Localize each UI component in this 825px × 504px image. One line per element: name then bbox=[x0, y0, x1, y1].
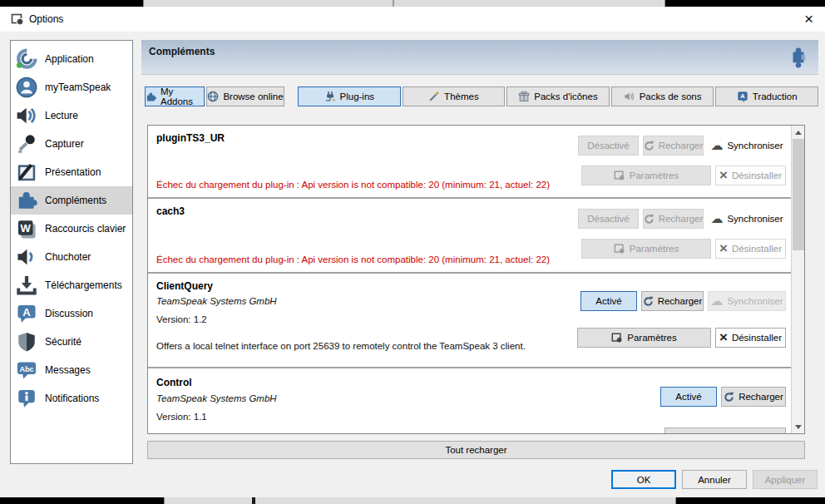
settings-button[interactable]: Paramètres bbox=[581, 239, 711, 259]
plugin-name: ClientQuery bbox=[156, 280, 213, 292]
tab-plug-ins[interactable]: Plug-ins bbox=[298, 86, 401, 106]
teamspeak-logo-icon bbox=[15, 48, 37, 71]
sidebar-item-label: Compléments bbox=[45, 195, 106, 206]
globe-icon bbox=[207, 91, 219, 102]
sidebar-item-raccourcis[interactable]: W Raccourcis clavier bbox=[11, 215, 132, 243]
toggle-button[interactable]: Désactivé bbox=[578, 136, 639, 156]
cloud-icon: ☁ bbox=[710, 295, 723, 307]
apply-button[interactable]: Appliquer bbox=[753, 470, 818, 489]
wand-icon bbox=[428, 91, 440, 102]
scroll-down-icon[interactable] bbox=[792, 420, 805, 433]
sidebar-item-presentation[interactable]: Présentation bbox=[11, 158, 132, 186]
chat-bubble-icon: A bbox=[15, 303, 37, 325]
cancel-label: Annuler bbox=[698, 475, 731, 485]
sidebar-item-label: Lecture bbox=[45, 110, 78, 121]
toggle-button[interactable]: Activé bbox=[660, 387, 717, 407]
sidebar-item-capturer[interactable]: Capturer bbox=[11, 130, 132, 158]
scrollbar-thumb[interactable] bbox=[793, 139, 804, 250]
reload-button[interactable]: Recharger bbox=[641, 291, 704, 311]
synchronize-button[interactable]: ☁ Synchroniser bbox=[708, 209, 786, 229]
tab-icon-packs[interactable]: Packs d'icônes bbox=[506, 86, 610, 106]
svg-text:Abc: Abc bbox=[19, 365, 33, 373]
uninstall-button[interactable]: × Désinstaller bbox=[715, 328, 786, 348]
plugin-row-plugints3-ur: pluginTS3_UR Échec du chargement du plug… bbox=[148, 126, 791, 199]
sidebar-item-application[interactable]: Application bbox=[11, 45, 132, 73]
tab-label: Traduction bbox=[753, 91, 798, 101]
tab-browse-online[interactable]: Browse online bbox=[206, 86, 284, 106]
tab-traduction[interactable]: A Traduction bbox=[715, 86, 818, 106]
title-bar: Options × bbox=[0, 7, 825, 32]
tab-themes[interactable]: Thèmes bbox=[403, 86, 506, 106]
sidebar-item-lecture[interactable]: Lecture bbox=[11, 101, 132, 130]
sidebar-item-notifications[interactable]: Notifications bbox=[11, 384, 132, 413]
sidebar-item-telechargements[interactable]: Téléchargements bbox=[11, 271, 132, 299]
tab-my-addons[interactable]: My Addons bbox=[145, 86, 205, 106]
reload-button[interactable]: Recharger bbox=[643, 136, 704, 156]
plugin-actions-row1: Désactivé Recharger ☁ Synchroniser bbox=[578, 209, 786, 229]
sidebar-item-messages[interactable]: Abc Messages bbox=[11, 356, 132, 384]
plugin-name: Control bbox=[156, 377, 192, 388]
sidebar-item-label: Raccourcis clavier bbox=[45, 223, 126, 235]
plugin-name: cach3 bbox=[156, 205, 185, 217]
plugin-row-cach3: cach3 Échec du chargement du plug-in : A… bbox=[148, 199, 791, 274]
gear-icon bbox=[611, 332, 623, 343]
sidebar-item-discussion[interactable]: A Discussion bbox=[11, 299, 132, 328]
tab-label: Packs de sons bbox=[640, 91, 702, 101]
toggle-button[interactable]: Désactivé bbox=[578, 209, 639, 229]
uninstall-label: Désinstaller bbox=[732, 333, 782, 343]
plugin-list: pluginTS3_UR Échec du chargement du plug… bbox=[147, 125, 805, 434]
user-circle-icon bbox=[15, 77, 37, 99]
scroll-up-icon[interactable] bbox=[792, 126, 805, 139]
cancel-button[interactable]: Annuler bbox=[682, 470, 747, 489]
ok-button[interactable]: OK bbox=[611, 470, 676, 489]
sidebar: Application myTeamSpeak Lecture bbox=[10, 40, 133, 464]
puzzle-icon bbox=[789, 47, 808, 69]
toggle-label: Activé bbox=[595, 296, 621, 306]
speaker-whisper-icon bbox=[15, 246, 37, 269]
plugin-actions-row1: Désactivé Recharger ☁ Synchroniser bbox=[578, 136, 786, 156]
reload-button[interactable]: Recharger bbox=[643, 209, 704, 229]
x-icon: × bbox=[719, 243, 728, 254]
sidebar-item-securite[interactable]: Sécurité bbox=[11, 328, 132, 356]
settings-button[interactable]: Paramètres bbox=[577, 328, 711, 348]
scrollbar[interactable] bbox=[791, 126, 804, 433]
x-icon: × bbox=[719, 332, 728, 343]
plugin-actions-row2: Paramètres × Désinstaller bbox=[577, 328, 786, 348]
refresh-icon bbox=[643, 296, 654, 307]
sidebar-item-label: Sécurité bbox=[45, 336, 82, 348]
tab-sound-packs[interactable]: Packs de sons bbox=[611, 86, 714, 106]
cloud-icon: ☁ bbox=[710, 140, 723, 151]
ok-label: OK bbox=[637, 475, 651, 485]
apply-label: Appliquer bbox=[765, 475, 806, 485]
reload-all-button[interactable]: Tout recharger bbox=[147, 441, 805, 459]
sidebar-item-complements[interactable]: Compléments bbox=[11, 186, 132, 215]
settings-button-partial[interactable] bbox=[664, 427, 786, 433]
plugin-row-control: Control TeamSpeak Systems GmbH Version: … bbox=[148, 368, 791, 433]
uninstall-button[interactable]: × Désinstaller bbox=[715, 239, 786, 259]
sound-pack-icon bbox=[624, 91, 635, 102]
options-gear-icon bbox=[11, 12, 24, 26]
sidebar-item-chuchoter[interactable]: Chuchoter bbox=[11, 243, 132, 271]
tab-label: My Addons bbox=[161, 86, 204, 106]
close-icon[interactable]: × bbox=[804, 12, 813, 26]
puzzle-icon bbox=[146, 91, 156, 102]
gear-icon bbox=[614, 243, 625, 254]
synchronize-label: Synchroniser bbox=[727, 141, 783, 151]
synchronize-button[interactable]: ☁ Synchroniser bbox=[708, 136, 786, 156]
synchronize-button[interactable]: ☁ Synchroniser bbox=[708, 291, 786, 311]
tab-label: Browse online bbox=[223, 91, 283, 101]
sidebar-item-myteamspeak[interactable]: myTeamSpeak bbox=[11, 73, 132, 101]
settings-button[interactable]: Paramètres bbox=[581, 166, 711, 185]
download-icon bbox=[15, 274, 37, 297]
reload-button[interactable]: Recharger bbox=[721, 387, 786, 407]
toggle-button[interactable]: Activé bbox=[580, 291, 637, 311]
tab-label: Packs d'icônes bbox=[534, 91, 597, 101]
toggle-label: Désactivé bbox=[587, 214, 630, 224]
synchronize-label: Synchroniser bbox=[727, 214, 783, 224]
info-bubble-icon bbox=[15, 388, 37, 410]
abc-bubble-icon: Abc bbox=[15, 359, 37, 382]
plugin-actions-row2: Paramètres × Désinstaller bbox=[581, 239, 786, 259]
uninstall-button[interactable]: × Désinstaller bbox=[715, 166, 786, 185]
toggle-label: Désactivé bbox=[587, 141, 630, 151]
plug-icon bbox=[324, 91, 336, 102]
